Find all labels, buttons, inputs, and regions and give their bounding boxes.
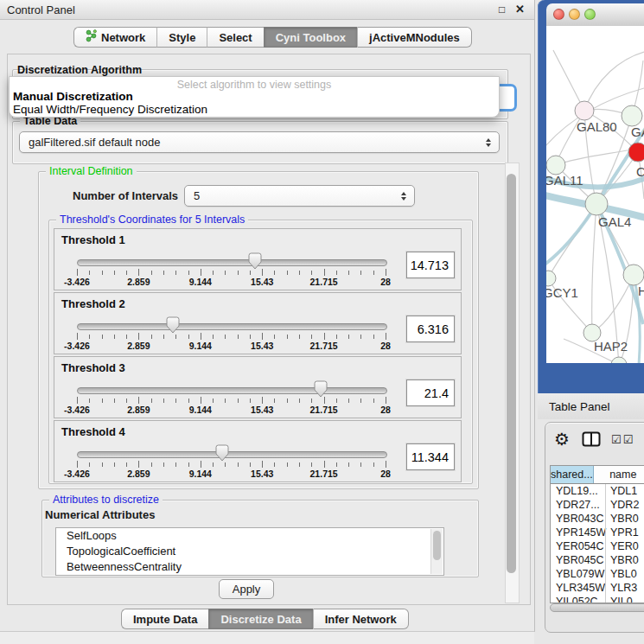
option-equal-width-frequency[interactable]: Equal Width/Frequency Discretization xyxy=(13,103,207,116)
table-data-combobox[interactable]: galFiltered.sif default node xyxy=(19,131,500,153)
attribute-item[interactable]: BetweennessCentrality xyxy=(56,559,443,575)
close-traffic-light-icon[interactable] xyxy=(553,9,564,20)
threshold-slider-thumb[interactable] xyxy=(215,444,229,462)
thresholds-group-title: Threshold's Coordinates for 5 Intervals xyxy=(56,214,248,226)
network-node-red-node[interactable] xyxy=(628,143,644,162)
network-node-H-node[interactable] xyxy=(623,265,644,285)
attribute-item[interactable]: TopologicalCoefficient xyxy=(56,544,443,559)
network-node-GAL11[interactable] xyxy=(546,156,565,175)
columns-icon[interactable] xyxy=(582,431,601,450)
threshold-slider-thumb[interactable] xyxy=(248,252,262,270)
network-node-GA-node[interactable] xyxy=(622,105,642,126)
cell-shared-name[interactable]: YBR045C xyxy=(551,554,605,566)
cell-shared-name[interactable]: YBL079W xyxy=(551,568,605,580)
tab-style[interactable]: Style xyxy=(156,27,207,48)
threshold-slider-track[interactable] xyxy=(77,259,387,266)
threshold-slider-track[interactable] xyxy=(77,323,387,330)
column-header-name[interactable]: name xyxy=(594,466,644,483)
table-row[interactable]: YDL19...YDL1 xyxy=(551,484,644,498)
slider-tick xyxy=(262,269,263,276)
column-header-shared-name[interactable]: shared... xyxy=(551,466,594,483)
threshold-slider-track[interactable] xyxy=(77,451,387,458)
slider-tick-label: 28 xyxy=(380,277,391,287)
cell-name[interactable]: YLR3 xyxy=(605,582,637,594)
slider-tick-label: -3.426 xyxy=(64,277,90,287)
slider-tick xyxy=(102,271,103,275)
scrollbar-thumb[interactable] xyxy=(507,174,516,573)
cell-shared-name[interactable]: YPR145W xyxy=(551,526,605,539)
network-node-label: HAP2 xyxy=(594,339,628,354)
gear-icon[interactable]: ⚙ xyxy=(554,429,570,450)
content-scrollbar[interactable] xyxy=(505,163,520,603)
threshold-value-field[interactable]: 21.4 xyxy=(406,379,455,406)
scrollbar-thumb[interactable] xyxy=(550,603,644,612)
cell-shared-name[interactable]: YBR043C xyxy=(551,513,605,525)
float-window-icon[interactable]: □ xyxy=(499,3,505,16)
cell-name[interactable]: YBR0 xyxy=(605,513,639,525)
table-horizontal-scrollbar[interactable] xyxy=(550,603,644,613)
table-row[interactable]: YLR345WYLR3 xyxy=(551,581,644,595)
slider-tick-label: 15.43 xyxy=(251,405,273,415)
threshold-value-field[interactable]: 11.344 xyxy=(406,443,455,470)
table-row[interactable]: YDR27...YDR2 xyxy=(551,498,644,512)
cell-name[interactable]: YER0 xyxy=(605,540,639,552)
slider-tick-label: 2.859 xyxy=(127,405,150,415)
cell-shared-name[interactable]: YDR27... xyxy=(551,499,605,511)
threshold-slider-thumb[interactable] xyxy=(314,380,328,398)
slider-tick xyxy=(287,271,288,275)
tab-label: Discretize Data xyxy=(220,613,301,626)
threshold-slider-thumb[interactable] xyxy=(166,316,180,334)
cell-shared-name[interactable]: YDL19... xyxy=(551,485,605,497)
attribute-item[interactable]: SelfLoops xyxy=(56,528,443,544)
minimize-traffic-light-icon[interactable] xyxy=(569,9,580,20)
scrollbar-thumb[interactable] xyxy=(433,531,441,560)
threshold-value-field[interactable]: 14.713 xyxy=(406,252,455,278)
tab-network[interactable]: Network xyxy=(73,27,156,48)
cell-name[interactable]: YDR2 xyxy=(605,499,639,511)
slider-tick xyxy=(163,399,164,403)
slider-tick-label: 15.43 xyxy=(251,469,273,479)
cell-name[interactable]: YDL1 xyxy=(605,485,637,497)
slider-tick xyxy=(188,399,189,403)
network-node-GCY1[interactable] xyxy=(546,271,556,286)
number-of-intervals-value: 5 xyxy=(194,189,200,202)
network-node-edge-node[interactable] xyxy=(611,357,627,363)
table-row[interactable]: YPR145WYPR1 xyxy=(551,526,644,539)
tab-select[interactable]: Select xyxy=(207,27,263,48)
cell-name[interactable]: YBL0 xyxy=(605,568,637,580)
attributes-list[interactable]: SelfLoopsTopologicalCoefficientBetweenne… xyxy=(55,527,444,576)
table-row[interactable]: YBR043CYBR0 xyxy=(551,512,644,526)
network-canvas[interactable]: GAL80GACGAL11GAL4GCY1HHAP2 xyxy=(546,26,644,363)
zoom-traffic-light-icon[interactable] xyxy=(584,9,596,20)
apply-button[interactable]: Apply xyxy=(219,579,274,599)
network-node-GAL4[interactable] xyxy=(585,193,608,215)
table-panel-bar: Table Panel xyxy=(538,393,644,419)
threshold-slider-track[interactable] xyxy=(77,387,387,394)
table-row[interactable]: YER054CYER0 xyxy=(551,539,644,553)
table-row[interactable]: YBR045CYBR0 xyxy=(551,553,644,567)
slider-tick xyxy=(163,271,164,275)
number-of-intervals-combobox[interactable]: 5 xyxy=(184,185,415,207)
cell-name[interactable]: YBR0 xyxy=(605,554,639,566)
cell-shared-name[interactable]: YER054C xyxy=(551,540,605,552)
table-panel-title: Table Panel xyxy=(549,400,610,413)
checkbox-icons[interactable]: ☑☑ xyxy=(611,433,634,446)
option-manual-discretization[interactable]: Manual Discretization xyxy=(13,90,133,103)
cell-name[interactable]: YPR1 xyxy=(605,526,639,539)
close-icon[interactable]: ✕ xyxy=(515,3,525,16)
tab-label: jActiveMNodules xyxy=(369,31,460,44)
tab-infer-network[interactable]: Infer Network xyxy=(313,609,409,629)
attributes-scrollbar[interactable] xyxy=(430,529,443,574)
node-table[interactable]: shared... name YDL19...YDL1YDR27...YDR2Y… xyxy=(550,465,644,603)
tab-jactivemnodules[interactable]: jActiveMNodules xyxy=(357,27,472,48)
network-window-titlebar[interactable] xyxy=(546,3,644,27)
network-node-GAL80[interactable] xyxy=(575,101,594,120)
tab-discretize-data[interactable]: Discretize Data xyxy=(208,609,312,629)
threshold-value-field[interactable]: 6.316 xyxy=(406,316,455,342)
tab-cyni-toolbox[interactable]: Cyni Toolbox xyxy=(264,27,357,48)
slider-tick xyxy=(336,399,337,403)
tab-impute-data[interactable]: Impute Data xyxy=(121,609,208,629)
table-row[interactable]: YBL079WYBL0 xyxy=(551,567,644,581)
cell-shared-name[interactable]: YLR345W xyxy=(551,582,605,594)
threshold-label: Threshold 1 xyxy=(61,233,125,246)
